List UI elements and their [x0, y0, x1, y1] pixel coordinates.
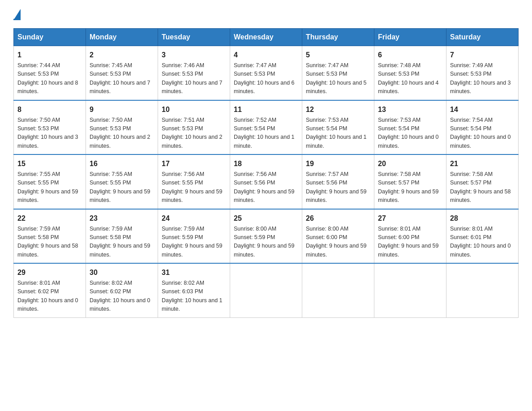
calendar-cell: 12Sunrise: 7:53 AMSunset: 5:54 PMDayligh… — [302, 100, 374, 155]
day-number: 18 — [234, 158, 298, 169]
day-info: Sunrise: 7:53 AMSunset: 5:54 PMDaylight:… — [378, 116, 442, 151]
week-row-1: 1Sunrise: 7:44 AMSunset: 5:53 PMDaylight… — [14, 46, 519, 100]
calendar-cell: 28Sunrise: 8:01 AMSunset: 6:01 PMDayligh… — [446, 209, 519, 264]
day-info: Sunrise: 7:53 AMSunset: 5:54 PMDaylight:… — [306, 116, 370, 151]
calendar-body: 1Sunrise: 7:44 AMSunset: 5:53 PMDaylight… — [14, 46, 519, 318]
day-number: 8 — [17, 104, 82, 115]
calendar-cell: 13Sunrise: 7:53 AMSunset: 5:54 PMDayligh… — [374, 100, 446, 155]
day-info: Sunrise: 8:01 AMSunset: 6:01 PMDaylight:… — [450, 225, 515, 260]
day-info: Sunrise: 8:00 AMSunset: 6:00 PMDaylight:… — [306, 225, 370, 260]
calendar-header: SundayMondayTuesdayWednesdayThursdayFrid… — [14, 29, 519, 46]
day-number: 10 — [162, 104, 226, 115]
calendar-cell: 11Sunrise: 7:52 AMSunset: 5:54 PMDayligh… — [230, 100, 302, 155]
calendar-cell: 7Sunrise: 7:49 AMSunset: 5:53 PMDaylight… — [446, 46, 519, 100]
day-number: 9 — [90, 104, 154, 115]
calendar-cell: 19Sunrise: 7:57 AMSunset: 5:56 PMDayligh… — [302, 154, 374, 209]
calendar-cell: 18Sunrise: 7:56 AMSunset: 5:56 PMDayligh… — [230, 154, 302, 209]
logo-triangle-icon — [14, 9, 21, 19]
day-number: 2 — [90, 50, 154, 60]
day-info: Sunrise: 7:59 AMSunset: 5:59 PMDaylight:… — [162, 225, 226, 260]
calendar-cell: 25Sunrise: 8:00 AMSunset: 5:59 PMDayligh… — [230, 209, 302, 264]
day-info: Sunrise: 7:55 AMSunset: 5:55 PMDaylight:… — [90, 170, 154, 205]
day-number: 6 — [378, 50, 442, 60]
day-info: Sunrise: 7:50 AMSunset: 5:53 PMDaylight:… — [17, 116, 82, 151]
logo-underline — [13, 19, 21, 20]
day-number: 24 — [162, 213, 226, 224]
day-number: 12 — [306, 104, 370, 115]
calendar-cell: 22Sunrise: 7:59 AMSunset: 5:58 PMDayligh… — [14, 209, 86, 264]
day-number: 1 — [17, 50, 82, 60]
day-info: Sunrise: 7:59 AMSunset: 5:58 PMDaylight:… — [90, 225, 154, 260]
day-number: 26 — [306, 213, 370, 224]
calendar-cell: 16Sunrise: 7:55 AMSunset: 5:55 PMDayligh… — [86, 154, 158, 209]
week-row-3: 15Sunrise: 7:55 AMSunset: 5:55 PMDayligh… — [14, 154, 519, 209]
calendar-table: SundayMondayTuesdayWednesdayThursdayFrid… — [13, 28, 519, 318]
day-number: 25 — [234, 213, 298, 224]
day-info: Sunrise: 7:49 AMSunset: 5:53 PMDaylight:… — [450, 61, 515, 96]
day-info: Sunrise: 7:55 AMSunset: 5:55 PMDaylight:… — [17, 170, 82, 205]
day-info: Sunrise: 7:46 AMSunset: 5:53 PMDaylight:… — [162, 61, 226, 96]
day-number: 20 — [378, 158, 442, 169]
day-number: 27 — [378, 213, 442, 224]
day-info: Sunrise: 8:01 AMSunset: 6:00 PMDaylight:… — [378, 225, 442, 260]
calendar-cell: 17Sunrise: 7:56 AMSunset: 5:55 PMDayligh… — [158, 154, 230, 209]
calendar-cell: 5Sunrise: 7:47 AMSunset: 5:53 PMDaylight… — [302, 46, 374, 100]
calendar-cell — [302, 263, 374, 317]
day-number: 19 — [306, 158, 370, 169]
header-wednesday: Wednesday — [230, 29, 302, 46]
calendar-cell: 21Sunrise: 7:58 AMSunset: 5:57 PMDayligh… — [446, 154, 519, 209]
calendar-cell: 24Sunrise: 7:59 AMSunset: 5:59 PMDayligh… — [158, 209, 230, 264]
calendar-cell: 3Sunrise: 7:46 AMSunset: 5:53 PMDaylight… — [158, 46, 230, 100]
calendar-cell: 10Sunrise: 7:51 AMSunset: 5:53 PMDayligh… — [158, 100, 230, 155]
day-number: 15 — [17, 158, 82, 169]
calendar-cell: 29Sunrise: 8:01 AMSunset: 6:02 PMDayligh… — [14, 263, 86, 317]
calendar-cell: 2Sunrise: 7:45 AMSunset: 5:53 PMDaylight… — [86, 46, 158, 100]
day-number: 30 — [90, 267, 154, 278]
calendar-cell: 1Sunrise: 7:44 AMSunset: 5:53 PMDaylight… — [14, 46, 86, 100]
calendar-cell: 23Sunrise: 7:59 AMSunset: 5:58 PMDayligh… — [86, 209, 158, 264]
day-info: Sunrise: 7:48 AMSunset: 5:53 PMDaylight:… — [378, 61, 442, 96]
day-number: 14 — [450, 104, 515, 115]
day-number: 4 — [234, 50, 298, 60]
day-info: Sunrise: 7:44 AMSunset: 5:53 PMDaylight:… — [17, 61, 82, 96]
week-row-4: 22Sunrise: 7:59 AMSunset: 5:58 PMDayligh… — [14, 209, 519, 264]
page-header — [13, 9, 519, 20]
calendar-cell: 31Sunrise: 8:02 AMSunset: 6:03 PMDayligh… — [158, 263, 230, 317]
day-info: Sunrise: 7:58 AMSunset: 5:57 PMDaylight:… — [378, 170, 442, 205]
header-row: SundayMondayTuesdayWednesdayThursdayFrid… — [14, 29, 519, 46]
calendar-cell: 9Sunrise: 7:50 AMSunset: 5:53 PMDaylight… — [86, 100, 158, 155]
header-sunday: Sunday — [14, 29, 86, 46]
calendar-cell: 15Sunrise: 7:55 AMSunset: 5:55 PMDayligh… — [14, 154, 86, 209]
logo — [13, 9, 21, 20]
day-info: Sunrise: 7:58 AMSunset: 5:57 PMDaylight:… — [450, 170, 515, 205]
calendar-cell: 6Sunrise: 7:48 AMSunset: 5:53 PMDaylight… — [374, 46, 446, 100]
day-number: 5 — [306, 50, 370, 60]
day-info: Sunrise: 8:02 AMSunset: 6:03 PMDaylight:… — [162, 279, 226, 314]
logo-blue-part — [13, 9, 21, 19]
day-info: Sunrise: 8:00 AMSunset: 5:59 PMDaylight:… — [234, 225, 298, 260]
calendar-cell: 20Sunrise: 7:58 AMSunset: 5:57 PMDayligh… — [374, 154, 446, 209]
day-info: Sunrise: 8:02 AMSunset: 6:02 PMDaylight:… — [90, 279, 154, 314]
day-number: 29 — [17, 267, 82, 278]
day-number: 21 — [450, 158, 515, 169]
day-info: Sunrise: 7:57 AMSunset: 5:56 PMDaylight:… — [306, 170, 370, 205]
day-info: Sunrise: 7:56 AMSunset: 5:56 PMDaylight:… — [234, 170, 298, 205]
week-row-5: 29Sunrise: 8:01 AMSunset: 6:02 PMDayligh… — [14, 263, 519, 317]
calendar-cell: 14Sunrise: 7:54 AMSunset: 5:54 PMDayligh… — [446, 100, 519, 155]
day-info: Sunrise: 7:51 AMSunset: 5:53 PMDaylight:… — [162, 116, 226, 151]
header-thursday: Thursday — [302, 29, 374, 46]
day-number: 22 — [17, 213, 82, 224]
calendar-cell — [230, 263, 302, 317]
day-number: 23 — [90, 213, 154, 224]
day-number: 16 — [90, 158, 154, 169]
day-number: 28 — [450, 213, 515, 224]
header-saturday: Saturday — [446, 29, 519, 46]
header-friday: Friday — [374, 29, 446, 46]
calendar-cell: 26Sunrise: 8:00 AMSunset: 6:00 PMDayligh… — [302, 209, 374, 264]
calendar-cell — [374, 263, 446, 317]
day-info: Sunrise: 8:01 AMSunset: 6:02 PMDaylight:… — [17, 279, 82, 314]
calendar-cell: 30Sunrise: 8:02 AMSunset: 6:02 PMDayligh… — [86, 263, 158, 317]
day-info: Sunrise: 7:50 AMSunset: 5:53 PMDaylight:… — [90, 116, 154, 151]
day-number: 11 — [234, 104, 298, 115]
week-row-2: 8Sunrise: 7:50 AMSunset: 5:53 PMDaylight… — [14, 100, 519, 155]
